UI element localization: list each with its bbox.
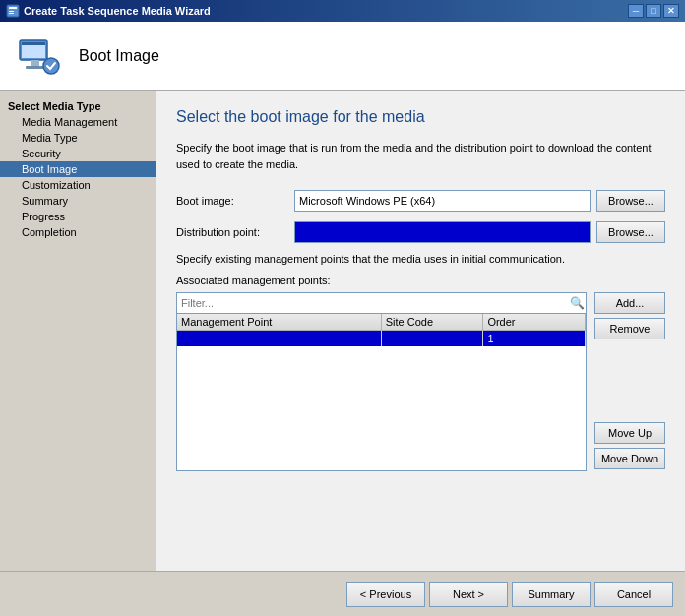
- boot-image-input[interactable]: [294, 190, 591, 212]
- nav-section-title: Select Media Type: [0, 98, 156, 114]
- filter-container: 🔍: [176, 292, 587, 314]
- close-button[interactable]: ✕: [663, 4, 679, 18]
- cell-order: 1: [483, 331, 586, 347]
- add-button[interactable]: Add...: [594, 292, 665, 314]
- col-order: Order: [483, 314, 586, 331]
- svg-rect-8: [26, 66, 45, 69]
- content-title: Select the boot image for the media: [176, 108, 665, 126]
- nav-item-customization[interactable]: Customization: [0, 177, 156, 193]
- maximize-button[interactable]: □: [646, 4, 661, 18]
- svg-rect-6: [22, 42, 45, 45]
- description-text: Specify the boot image that is run from …: [176, 140, 665, 172]
- left-nav: Select Media Type Media Management Media…: [0, 91, 156, 571]
- header-title: Boot Image: [79, 47, 159, 65]
- cell-site-code: [381, 331, 483, 347]
- search-icon: 🔍: [568, 294, 586, 312]
- nav-item-boot-image[interactable]: Boot Image: [0, 161, 156, 177]
- move-down-button[interactable]: Move Down: [594, 448, 665, 469]
- minimize-button[interactable]: ─: [628, 4, 644, 18]
- summary-button[interactable]: Summary: [512, 582, 591, 607]
- content-area: Select the boot image for the media Spec…: [156, 91, 685, 571]
- distribution-point-input[interactable]: [294, 221, 591, 243]
- mgmt-description: Specify existing management points that …: [176, 253, 665, 265]
- table-row[interactable]: 1: [177, 331, 586, 347]
- cancel-button[interactable]: Cancel: [594, 582, 673, 607]
- remove-button[interactable]: Remove: [594, 318, 665, 339]
- nav-item-media-type[interactable]: Media Type: [0, 130, 156, 146]
- title-bar-controls: ─ □ ✕: [628, 4, 679, 18]
- svg-rect-3: [9, 13, 14, 14]
- svg-rect-7: [31, 60, 39, 66]
- distribution-point-label: Distribution point:: [176, 226, 294, 238]
- header-area: Boot Image: [0, 22, 685, 91]
- distribution-point-row: Distribution point: Browse...: [176, 221, 665, 243]
- nav-item-completion[interactable]: Completion: [0, 224, 156, 240]
- header-icon: [16, 32, 63, 80]
- management-table-col: 🔍 Management Point Site Code Order: [176, 292, 587, 471]
- boot-image-browse-button[interactable]: Browse...: [596, 190, 665, 212]
- previous-button[interactable]: < Previous: [346, 582, 425, 607]
- nav-item-security[interactable]: Security: [0, 146, 156, 161]
- nav-item-progress[interactable]: Progress: [0, 209, 156, 224]
- boot-image-row: Boot image: Browse...: [176, 190, 665, 212]
- col-management-point: Management Point: [177, 314, 381, 331]
- title-bar: Create Task Sequence Media Wizard ─ □ ✕: [0, 0, 685, 22]
- cell-management-point: [177, 331, 381, 347]
- table-header-row: Management Point Site Code Order: [177, 314, 586, 331]
- mgmt-label: Associated management points:: [176, 275, 665, 286]
- distribution-point-browse-button[interactable]: Browse...: [596, 221, 665, 243]
- nav-item-summary[interactable]: Summary: [0, 193, 156, 209]
- boot-image-label: Boot image:: [176, 195, 294, 207]
- wizard-icon: [6, 4, 20, 18]
- management-row: 🔍 Management Point Site Code Order: [176, 292, 665, 471]
- window-title: Create Task Sequence Media Wizard: [24, 5, 211, 17]
- footer: < Previous Next > Summary Cancel: [0, 571, 685, 616]
- nav-item-media-management[interactable]: Media Management: [0, 114, 156, 130]
- svg-point-9: [43, 58, 59, 74]
- col-site-code: Site Code: [381, 314, 483, 331]
- svg-rect-1: [9, 7, 17, 9]
- next-button[interactable]: Next >: [429, 582, 508, 607]
- svg-rect-2: [9, 11, 14, 12]
- filter-input[interactable]: [177, 295, 568, 311]
- mp-table: Management Point Site Code Order 1: [177, 314, 586, 346]
- table-buttons: Add... Remove Move Up Move Down: [594, 292, 665, 469]
- mp-table-container: Management Point Site Code Order 1: [176, 314, 587, 471]
- main-layout: Select Media Type Media Management Media…: [0, 91, 685, 571]
- move-up-button[interactable]: Move Up: [594, 422, 665, 444]
